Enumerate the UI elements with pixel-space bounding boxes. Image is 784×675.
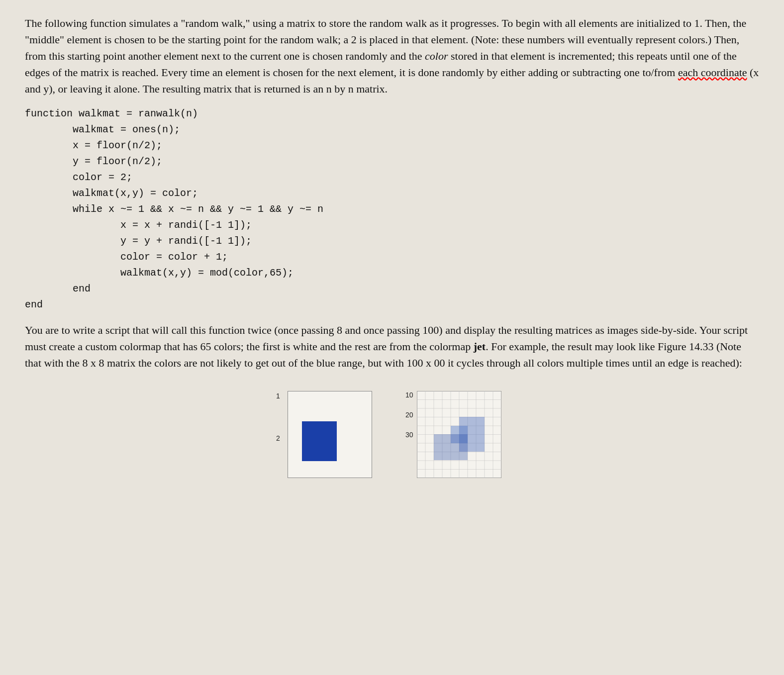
bold-jet: jet — [474, 340, 486, 353]
underline-coordinate: each coordinate — [678, 66, 747, 79]
bottom-paragraph: You are to write a script that will call… — [25, 322, 759, 371]
fig1-ylabel-1: 1 — [276, 391, 280, 401]
code-text: function walkmat = ranwalk(n) walkmat = … — [25, 108, 323, 310]
fig2-grid-svg — [417, 391, 501, 478]
fig2-ylabel-30: 30 — [405, 430, 413, 440]
figure2: 10 20 30 — [399, 386, 514, 495]
fig2-ylabel-20: 20 — [405, 410, 413, 420]
figures-row: 1 2 10 20 30 — [25, 386, 759, 495]
fig2-plot-area — [417, 391, 501, 478]
para1: The following function simulates a "rand… — [25, 15, 759, 97]
fig1-blue-rect — [302, 421, 337, 461]
code-block: function walkmat = ranwalk(n) walkmat = … — [25, 106, 759, 313]
svg-rect-21 — [434, 434, 468, 460]
page: The following function simulates a "rand… — [0, 0, 784, 675]
fig2-ylabel-10: 10 — [405, 390, 413, 400]
figure1: 1 2 — [270, 386, 385, 495]
fig1-plot-area — [288, 391, 372, 478]
intro-paragraph: The following function simulates a "rand… — [25, 15, 759, 97]
fig1-ylabel-2: 2 — [276, 433, 280, 443]
italic-color: color — [425, 50, 448, 62]
bottom-para: You are to write a script that will call… — [25, 322, 759, 371]
